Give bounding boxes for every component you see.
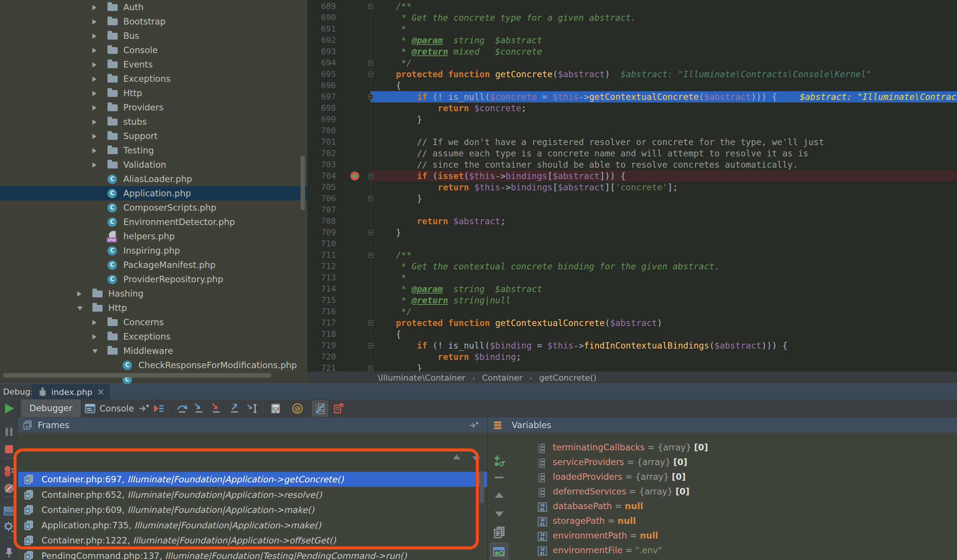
variable-row[interactable]: 1001databasePath = null (488, 499, 957, 514)
stack-frame[interactable]: <Application.php:735, Illuminate|Foundat… (18, 518, 487, 533)
threads-view-icon[interactable]: 123 (312, 401, 328, 416)
chevron-right-icon[interactable] (92, 162, 96, 168)
tree-item[interactable]: CApplication.php (0, 186, 307, 200)
tree-item[interactable]: CAliasLoader.php (0, 172, 307, 186)
tree-item[interactable]: Testing (0, 143, 307, 158)
tree-horizontal-scrollbar[interactable] (3, 373, 272, 378)
fold-marker-icon[interactable] (368, 320, 373, 326)
restore-layout-icon[interactable] (3, 505, 15, 517)
breadcrumb-item[interactable]: getConcrete() (539, 373, 597, 382)
tree-item[interactable]: Bootstrap (0, 14, 307, 28)
breadcrumb-item[interactable]: \Illuminate\Container (378, 373, 465, 382)
variable-row[interactable]: 1001 = null (488, 558, 957, 560)
tree-item[interactable]: CInspiring.php (0, 243, 307, 258)
stack-frame[interactable]: <PendingCommand.php:137, Illuminate|Foun… (18, 548, 487, 560)
stack-frame[interactable]: <Container.php:697, Illuminate|Foundatio… (18, 472, 487, 487)
debug-session-tab[interactable]: index.php × (32, 384, 110, 400)
restore-layout-red-icon[interactable] (333, 403, 344, 414)
tree-item[interactable]: Auth (0, 0, 307, 14)
run-to-cursor-icon[interactable] (246, 403, 258, 414)
tab-debugger[interactable]: Debugger (21, 399, 81, 417)
tree-item[interactable]: Exceptions (0, 330, 307, 344)
chevron-right-icon[interactable] (92, 105, 96, 110)
pin-icon[interactable] (3, 546, 15, 558)
chevron-right-icon[interactable] (92, 76, 96, 82)
chevron-right-icon[interactable] (92, 148, 96, 153)
stop-icon[interactable] (3, 443, 15, 455)
settings-icon[interactable] (3, 521, 15, 533)
tree-item[interactable]: CProviderRepository.php (0, 272, 307, 286)
chevron-right-icon[interactable] (92, 19, 96, 25)
variable-row[interactable]: 1001environmentPath = null (488, 528, 957, 543)
pause-icon[interactable] (3, 426, 15, 438)
chevron-down-icon[interactable] (92, 349, 98, 353)
rerun-icon[interactable] (3, 402, 15, 415)
evaluate-expression-icon[interactable] (270, 403, 281, 414)
tree-item[interactable]: Middleware (0, 344, 307, 358)
frames-pin-icon[interactable] (469, 421, 479, 431)
tree-item[interactable]: Concerns (0, 315, 307, 330)
chevron-right-icon[interactable] (77, 291, 81, 297)
step-over-icon[interactable] (177, 403, 188, 414)
tree-item[interactable]: CCheckResponseForModifications.php (0, 358, 307, 372)
step-out-icon[interactable] (229, 403, 240, 414)
chevron-right-icon[interactable] (92, 5, 96, 10)
chevron-down-icon[interactable] (77, 306, 82, 311)
frames-scrollbar[interactable] (480, 471, 484, 503)
variable-row[interactable]: 1001storagePath = null (488, 514, 957, 528)
chevron-right-icon[interactable] (92, 91, 96, 96)
fold-marker-icon[interactable] (368, 72, 373, 77)
variable-row[interactable]: 123deferredServices = {array} [0] (488, 484, 957, 499)
chevron-right-icon[interactable] (92, 33, 96, 39)
tree-item[interactable]: Hashing (0, 286, 307, 301)
variable-row[interactable]: 1001environmentFile = ".env" (488, 543, 957, 558)
close-icon[interactable]: × (97, 386, 104, 397)
breadcrumb-item[interactable]: Container (482, 373, 523, 382)
fold-marker-icon[interactable] (368, 343, 373, 348)
chevron-right-icon[interactable] (92, 120, 96, 125)
tree-item[interactable]: Exceptions (0, 72, 307, 86)
chevron-right-icon[interactable] (92, 62, 96, 68)
fold-marker-icon[interactable] (368, 4, 373, 9)
variable-row[interactable]: 123loadedProviders = {array} [0] (488, 470, 957, 484)
inline-values-icon[interactable]: @ (292, 403, 303, 414)
tree-item[interactable]: Http (0, 86, 307, 100)
fold-marker-icon[interactable] (368, 94, 373, 99)
fold-marker-icon[interactable] (368, 230, 373, 235)
chevron-right-icon[interactable] (92, 334, 96, 339)
fold-marker-icon[interactable] (368, 174, 373, 178)
variable-row[interactable]: 123terminatingCallbacks = {array} [0] (488, 440, 957, 455)
tree-item[interactable]: Validation (0, 158, 307, 172)
tree-item[interactable]: CEnvironmentDetector.php (0, 215, 307, 229)
show-execution-point-icon[interactable] (153, 403, 164, 414)
breakpoint-icon[interactable] (350, 172, 359, 180)
mute-breakpoints-icon[interactable] (3, 483, 15, 494)
fold-marker-icon[interactable] (368, 252, 373, 258)
tree-item[interactable]: CPackageManifest.php (0, 258, 307, 272)
chevron-right-icon[interactable] (92, 320, 96, 325)
fold-marker-icon[interactable] (368, 60, 373, 66)
tree-item[interactable]: phphelpers.php (0, 229, 307, 243)
tree-item[interactable]: Providers (0, 100, 307, 115)
tree-item[interactable]: Support (0, 129, 307, 143)
tab-console[interactable]: Console (79, 399, 159, 417)
view-breakpoints-icon[interactable] (3, 465, 15, 477)
fold-marker-icon[interactable] (368, 196, 373, 201)
variable-row[interactable]: 123serviceProviders = {array} [0] (488, 455, 957, 470)
tree-item[interactable]: Http (0, 301, 307, 315)
next-frame-icon[interactable] (471, 452, 482, 464)
tree-item[interactable]: CComposerScripts.php (0, 200, 307, 215)
stack-frame[interactable]: <Container.php:1222, Illuminate|Foundati… (18, 533, 487, 548)
tree-item[interactable]: Events (0, 57, 307, 72)
chevron-right-icon[interactable] (92, 48, 96, 53)
tree-vertical-scrollbar[interactable] (300, 156, 305, 210)
tree-item[interactable]: Bus (0, 28, 307, 43)
force-step-into-icon[interactable] (211, 403, 223, 414)
tree-item[interactable]: Console (0, 43, 307, 57)
previous-frame-icon[interactable] (451, 452, 462, 464)
stack-frame[interactable]: <Container.php:652, Illuminate|Foundatio… (18, 487, 487, 502)
fold-marker-icon[interactable] (368, 366, 373, 371)
chevron-right-icon[interactable] (92, 134, 96, 139)
tree-item[interactable]: stubs (0, 115, 307, 129)
step-into-icon[interactable] (194, 403, 205, 414)
